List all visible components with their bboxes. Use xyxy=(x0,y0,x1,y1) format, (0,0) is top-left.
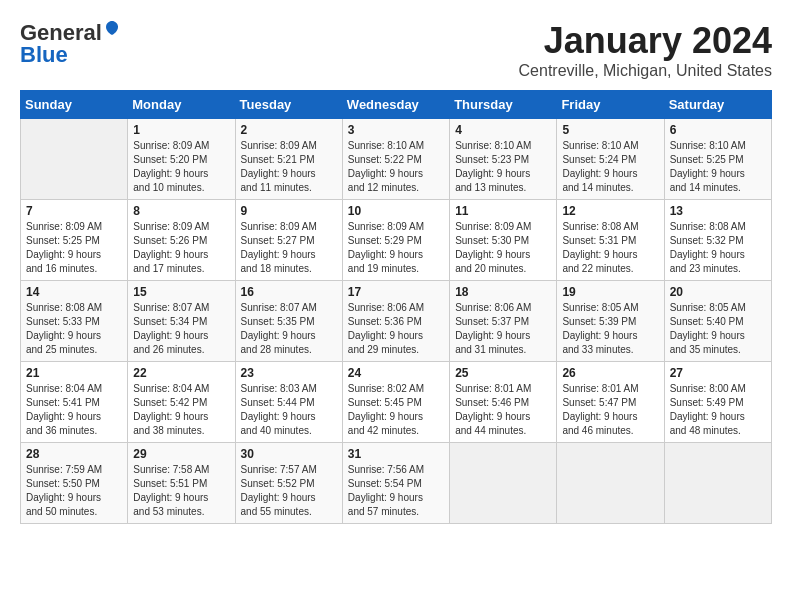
calendar-cell xyxy=(21,119,128,200)
day-info: Sunrise: 8:05 AMSunset: 5:40 PMDaylight:… xyxy=(670,301,766,357)
day-number: 23 xyxy=(241,366,337,380)
col-header-tuesday: Tuesday xyxy=(235,91,342,119)
day-number: 18 xyxy=(455,285,551,299)
calendar-cell: 22Sunrise: 8:04 AMSunset: 5:42 PMDayligh… xyxy=(128,362,235,443)
day-info: Sunrise: 8:09 AMSunset: 5:29 PMDaylight:… xyxy=(348,220,444,276)
location-text: Centreville, Michigan, United States xyxy=(519,62,772,80)
day-number: 25 xyxy=(455,366,551,380)
col-header-wednesday: Wednesday xyxy=(342,91,449,119)
day-number: 29 xyxy=(133,447,229,461)
day-number: 1 xyxy=(133,123,229,137)
calendar-body: 1Sunrise: 8:09 AMSunset: 5:20 PMDaylight… xyxy=(21,119,772,524)
calendar-cell: 12Sunrise: 8:08 AMSunset: 5:31 PMDayligh… xyxy=(557,200,664,281)
day-info: Sunrise: 8:09 AMSunset: 5:30 PMDaylight:… xyxy=(455,220,551,276)
calendar-cell: 8Sunrise: 8:09 AMSunset: 5:26 PMDaylight… xyxy=(128,200,235,281)
day-info: Sunrise: 8:10 AMSunset: 5:23 PMDaylight:… xyxy=(455,139,551,195)
calendar-cell: 11Sunrise: 8:09 AMSunset: 5:30 PMDayligh… xyxy=(450,200,557,281)
day-info: Sunrise: 8:07 AMSunset: 5:35 PMDaylight:… xyxy=(241,301,337,357)
day-info: Sunrise: 8:09 AMSunset: 5:25 PMDaylight:… xyxy=(26,220,122,276)
calendar-week-3: 21Sunrise: 8:04 AMSunset: 5:41 PMDayligh… xyxy=(21,362,772,443)
calendar-cell: 27Sunrise: 8:00 AMSunset: 5:49 PMDayligh… xyxy=(664,362,771,443)
month-title: January 2024 xyxy=(519,20,772,62)
day-info: Sunrise: 8:01 AMSunset: 5:46 PMDaylight:… xyxy=(455,382,551,438)
day-info: Sunrise: 7:58 AMSunset: 5:51 PMDaylight:… xyxy=(133,463,229,519)
calendar-cell: 20Sunrise: 8:05 AMSunset: 5:40 PMDayligh… xyxy=(664,281,771,362)
day-info: Sunrise: 8:06 AMSunset: 5:37 PMDaylight:… xyxy=(455,301,551,357)
col-header-monday: Monday xyxy=(128,91,235,119)
calendar-cell: 4Sunrise: 8:10 AMSunset: 5:23 PMDaylight… xyxy=(450,119,557,200)
calendar-table: SundayMondayTuesdayWednesdayThursdayFrid… xyxy=(20,90,772,524)
calendar-cell: 6Sunrise: 8:10 AMSunset: 5:25 PMDaylight… xyxy=(664,119,771,200)
calendar-cell: 2Sunrise: 8:09 AMSunset: 5:21 PMDaylight… xyxy=(235,119,342,200)
day-info: Sunrise: 8:08 AMSunset: 5:32 PMDaylight:… xyxy=(670,220,766,276)
calendar-cell xyxy=(664,443,771,524)
calendar-cell: 13Sunrise: 8:08 AMSunset: 5:32 PMDayligh… xyxy=(664,200,771,281)
calendar-cell: 26Sunrise: 8:01 AMSunset: 5:47 PMDayligh… xyxy=(557,362,664,443)
day-info: Sunrise: 8:07 AMSunset: 5:34 PMDaylight:… xyxy=(133,301,229,357)
day-info: Sunrise: 8:09 AMSunset: 5:20 PMDaylight:… xyxy=(133,139,229,195)
day-info: Sunrise: 8:01 AMSunset: 5:47 PMDaylight:… xyxy=(562,382,658,438)
day-number: 9 xyxy=(241,204,337,218)
calendar-cell: 23Sunrise: 8:03 AMSunset: 5:44 PMDayligh… xyxy=(235,362,342,443)
calendar-header-row: SundayMondayTuesdayWednesdayThursdayFrid… xyxy=(21,91,772,119)
day-number: 24 xyxy=(348,366,444,380)
calendar-cell: 16Sunrise: 8:07 AMSunset: 5:35 PMDayligh… xyxy=(235,281,342,362)
col-header-thursday: Thursday xyxy=(450,91,557,119)
day-number: 6 xyxy=(670,123,766,137)
calendar-cell xyxy=(450,443,557,524)
title-block: January 2024 Centreville, Michigan, Unit… xyxy=(519,20,772,80)
day-number: 30 xyxy=(241,447,337,461)
calendar-cell: 15Sunrise: 8:07 AMSunset: 5:34 PMDayligh… xyxy=(128,281,235,362)
calendar-cell: 14Sunrise: 8:08 AMSunset: 5:33 PMDayligh… xyxy=(21,281,128,362)
day-number: 28 xyxy=(26,447,122,461)
page-header: General Blue January 2024 Centreville, M… xyxy=(20,20,772,80)
day-number: 7 xyxy=(26,204,122,218)
calendar-cell: 7Sunrise: 8:09 AMSunset: 5:25 PMDaylight… xyxy=(21,200,128,281)
day-number: 20 xyxy=(670,285,766,299)
calendar-week-2: 14Sunrise: 8:08 AMSunset: 5:33 PMDayligh… xyxy=(21,281,772,362)
day-number: 2 xyxy=(241,123,337,137)
logo-blue-text: Blue xyxy=(20,42,68,68)
col-header-saturday: Saturday xyxy=(664,91,771,119)
day-info: Sunrise: 8:08 AMSunset: 5:33 PMDaylight:… xyxy=(26,301,122,357)
day-number: 14 xyxy=(26,285,122,299)
calendar-cell: 5Sunrise: 8:10 AMSunset: 5:24 PMDaylight… xyxy=(557,119,664,200)
calendar-cell: 18Sunrise: 8:06 AMSunset: 5:37 PMDayligh… xyxy=(450,281,557,362)
calendar-cell: 9Sunrise: 8:09 AMSunset: 5:27 PMDaylight… xyxy=(235,200,342,281)
calendar-cell: 24Sunrise: 8:02 AMSunset: 5:45 PMDayligh… xyxy=(342,362,449,443)
calendar-cell: 1Sunrise: 8:09 AMSunset: 5:20 PMDaylight… xyxy=(128,119,235,200)
day-number: 31 xyxy=(348,447,444,461)
day-number: 22 xyxy=(133,366,229,380)
day-number: 12 xyxy=(562,204,658,218)
day-info: Sunrise: 7:57 AMSunset: 5:52 PMDaylight:… xyxy=(241,463,337,519)
day-info: Sunrise: 8:04 AMSunset: 5:42 PMDaylight:… xyxy=(133,382,229,438)
calendar-cell: 21Sunrise: 8:04 AMSunset: 5:41 PMDayligh… xyxy=(21,362,128,443)
day-info: Sunrise: 8:05 AMSunset: 5:39 PMDaylight:… xyxy=(562,301,658,357)
calendar-cell: 31Sunrise: 7:56 AMSunset: 5:54 PMDayligh… xyxy=(342,443,449,524)
calendar-cell: 19Sunrise: 8:05 AMSunset: 5:39 PMDayligh… xyxy=(557,281,664,362)
day-number: 16 xyxy=(241,285,337,299)
day-number: 5 xyxy=(562,123,658,137)
calendar-week-1: 7Sunrise: 8:09 AMSunset: 5:25 PMDaylight… xyxy=(21,200,772,281)
day-info: Sunrise: 8:06 AMSunset: 5:36 PMDaylight:… xyxy=(348,301,444,357)
day-number: 3 xyxy=(348,123,444,137)
day-number: 4 xyxy=(455,123,551,137)
logo-icon xyxy=(104,20,120,36)
day-info: Sunrise: 8:08 AMSunset: 5:31 PMDaylight:… xyxy=(562,220,658,276)
day-number: 26 xyxy=(562,366,658,380)
calendar-cell: 28Sunrise: 7:59 AMSunset: 5:50 PMDayligh… xyxy=(21,443,128,524)
day-number: 8 xyxy=(133,204,229,218)
calendar-cell: 17Sunrise: 8:06 AMSunset: 5:36 PMDayligh… xyxy=(342,281,449,362)
day-number: 27 xyxy=(670,366,766,380)
day-number: 19 xyxy=(562,285,658,299)
day-info: Sunrise: 8:00 AMSunset: 5:49 PMDaylight:… xyxy=(670,382,766,438)
calendar-week-0: 1Sunrise: 8:09 AMSunset: 5:20 PMDaylight… xyxy=(21,119,772,200)
day-info: Sunrise: 8:03 AMSunset: 5:44 PMDaylight:… xyxy=(241,382,337,438)
calendar-cell: 29Sunrise: 7:58 AMSunset: 5:51 PMDayligh… xyxy=(128,443,235,524)
calendar-cell: 10Sunrise: 8:09 AMSunset: 5:29 PMDayligh… xyxy=(342,200,449,281)
day-number: 21 xyxy=(26,366,122,380)
day-number: 11 xyxy=(455,204,551,218)
day-number: 13 xyxy=(670,204,766,218)
calendar-cell: 25Sunrise: 8:01 AMSunset: 5:46 PMDayligh… xyxy=(450,362,557,443)
day-info: Sunrise: 8:09 AMSunset: 5:27 PMDaylight:… xyxy=(241,220,337,276)
